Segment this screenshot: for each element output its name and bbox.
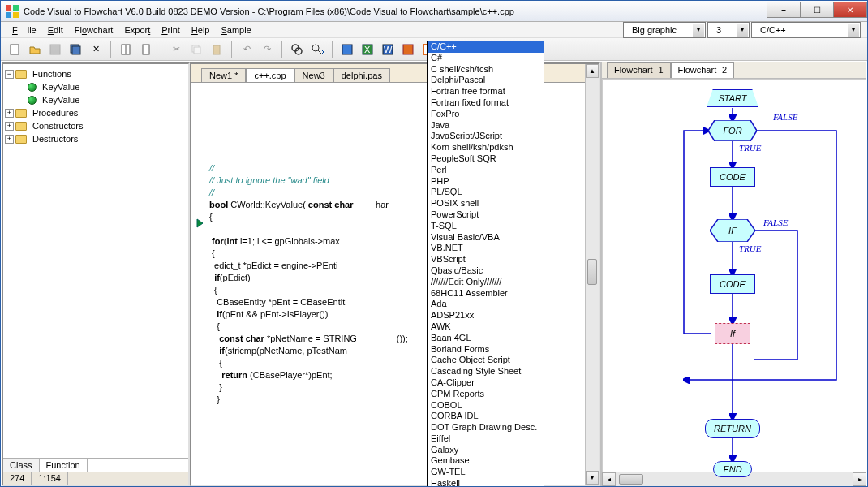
scroll-thumb[interactable] <box>587 259 597 285</box>
tab-flowchart-1[interactable]: Flowchart -1 <box>607 62 671 78</box>
flowchart-canvas[interactable]: START FOR CODE IF CODE If RETURN END TRU… <box>602 79 866 472</box>
language-option[interactable]: Korn shell/ksh/pdksh <box>428 142 544 153</box>
language-option[interactable]: CORBA IDL <box>428 411 544 422</box>
language-option[interactable]: PeopleSoft SQR <box>428 153 544 165</box>
open-file-icon[interactable] <box>26 41 44 58</box>
find-next-icon[interactable] <box>308 41 326 58</box>
language-option[interactable]: VB.NET <box>428 243 544 254</box>
scroll-up-icon[interactable]: ▲ <box>586 64 599 78</box>
menu-help[interactable]: Help <box>187 24 215 37</box>
language-option[interactable]: Ada <box>428 299 544 310</box>
language-option[interactable]: Fortran free format <box>428 86 544 97</box>
language-option[interactable]: Baan 4GL <box>428 333 544 344</box>
save-all-icon[interactable] <box>67 41 84 58</box>
language-option[interactable]: Java <box>428 120 544 131</box>
number-select[interactable]: 3▾ <box>707 22 750 38</box>
tab-class[interactable]: Class <box>3 459 40 472</box>
language-option[interactable]: Delphi/Pascal <box>428 75 544 86</box>
export-doc-icon[interactable]: W <box>379 41 397 58</box>
flowchart-hscroll[interactable]: ◂ ▸ <box>602 472 866 486</box>
language-option[interactable]: CA-Clipper <box>428 377 544 389</box>
tree-node-destructors[interactable]: + Destructors <box>5 132 187 145</box>
tab-function[interactable]: Function <box>40 459 88 472</box>
language-option[interactable]: Fortran fixed format <box>428 97 544 109</box>
file-tab-new3[interactable]: New3 <box>294 68 333 82</box>
maximize-button[interactable] <box>800 2 834 18</box>
language-option[interactable]: Visual Basic/VBA <box>428 232 544 244</box>
language-option[interactable]: Cascading Style Sheet <box>428 366 544 377</box>
graphic-size-select[interactable]: Big graphic▾ <box>623 22 706 38</box>
file-tab-cpp[interactable]: c++.cpp <box>246 68 294 82</box>
menu-print[interactable]: Print <box>157 24 185 37</box>
expand-icon[interactable]: + <box>5 109 14 118</box>
language-option[interactable]: ADSP21xx <box>428 310 544 321</box>
language-option[interactable]: PHP <box>428 176 544 187</box>
minimize-button[interactable] <box>767 2 801 18</box>
new-file-icon[interactable] <box>6 41 24 58</box>
menu-edit[interactable]: Edit <box>43 24 68 37</box>
save-icon[interactable] <box>46 41 64 58</box>
close-button[interactable] <box>833 2 867 18</box>
language-option[interactable]: Qbasic/Basic <box>428 265 544 277</box>
symbol-tree[interactable]: − Functions KeyValue KeyValue + Procedur… <box>3 64 188 458</box>
expand-icon[interactable]: + <box>5 122 14 131</box>
tree-node-keyvalue[interactable]: KeyValue <box>5 80 187 93</box>
page-icon[interactable] <box>137 41 155 58</box>
file-tab-new1[interactable]: New1 * <box>201 68 246 82</box>
file-tab-delphi[interactable]: delphi.pas <box>333 68 390 82</box>
tab-flowchart-2[interactable]: Flowchart -2 <box>671 62 735 78</box>
book-icon[interactable] <box>117 41 135 58</box>
find-icon[interactable] <box>288 41 306 58</box>
language-option[interactable]: FoxPro <box>428 109 544 120</box>
language-option[interactable]: T-SQL <box>428 221 544 232</box>
scroll-down-icon[interactable]: ▼ <box>586 471 599 485</box>
close-doc-icon[interactable]: ✕ <box>87 41 105 58</box>
menu-flowchart[interactable]: Flowchart <box>70 24 118 37</box>
language-option[interactable]: Gembase <box>428 455 544 467</box>
language-option[interactable]: Borland Forms <box>428 344 544 356</box>
collapse-icon[interactable]: − <box>5 70 14 79</box>
menu-file[interactable]: File <box>7 24 41 37</box>
language-option[interactable]: VBScript <box>428 254 544 265</box>
language-option[interactable]: JavaScript/JScript <box>428 131 544 142</box>
code-scrollbar[interactable]: ▲ ▼ <box>585 64 599 485</box>
language-option[interactable]: Galaxy <box>428 445 544 456</box>
tree-node-functions[interactable]: − Functions <box>5 67 187 80</box>
language-option[interactable]: C# <box>428 53 544 64</box>
undo-icon[interactable]: ↶ <box>238 41 256 58</box>
menu-sample[interactable]: Sample <box>217 24 256 37</box>
scroll-left-icon[interactable]: ◂ <box>602 472 616 486</box>
language-option[interactable]: 68HC11 Assembler <box>428 288 544 300</box>
language-option[interactable]: AWK <box>428 321 544 333</box>
language-option[interactable]: POSIX shell <box>428 198 544 209</box>
copy-icon[interactable] <box>187 41 205 58</box>
language-option[interactable]: COBOL <box>428 400 544 412</box>
language-option[interactable]: Haskell <box>428 478 544 487</box>
redo-icon[interactable]: ↷ <box>258 41 276 58</box>
scroll-thumb[interactable] <box>619 474 643 485</box>
expand-icon[interactable]: + <box>5 135 14 144</box>
language-option[interactable]: CPM Reports <box>428 389 544 400</box>
language-option[interactable]: ///////Edit Only/////// <box>428 277 544 288</box>
language-option[interactable]: GW-TEL <box>428 467 544 478</box>
cut-icon[interactable]: ✂ <box>167 41 185 58</box>
tree-node-keyvalue[interactable]: KeyValue <box>5 93 187 106</box>
language-option[interactable]: Perl <box>428 165 544 176</box>
export-xls-icon[interactable]: X <box>359 41 376 58</box>
tree-node-procedures[interactable]: + Procedures <box>5 106 187 119</box>
language-select[interactable]: C/C++▾ <box>751 22 861 38</box>
language-option[interactable]: PowerScript <box>428 209 544 221</box>
language-option[interactable]: PL/SQL <box>428 187 544 198</box>
paste-icon[interactable] <box>208 41 226 58</box>
export-bmp-icon[interactable] <box>338 41 356 58</box>
language-option[interactable]: Cache Object Script <box>428 355 544 366</box>
language-option[interactable]: DOT Graph Drawing Desc. <box>428 422 544 433</box>
language-option[interactable]: C shell/csh/tcsh <box>428 64 544 75</box>
menu-export[interactable]: Export <box>119 24 155 37</box>
export-ppt-icon[interactable] <box>399 41 417 58</box>
language-option[interactable]: C/C++ <box>428 41 544 53</box>
language-option[interactable]: Eiffel <box>428 433 544 445</box>
language-dropdown[interactable]: C/C++C#C shell/csh/tcshDelphi/PascalFort… <box>427 41 544 487</box>
scroll-right-icon[interactable]: ▸ <box>853 472 866 486</box>
tree-node-constructors[interactable]: + Constructors <box>5 119 187 132</box>
